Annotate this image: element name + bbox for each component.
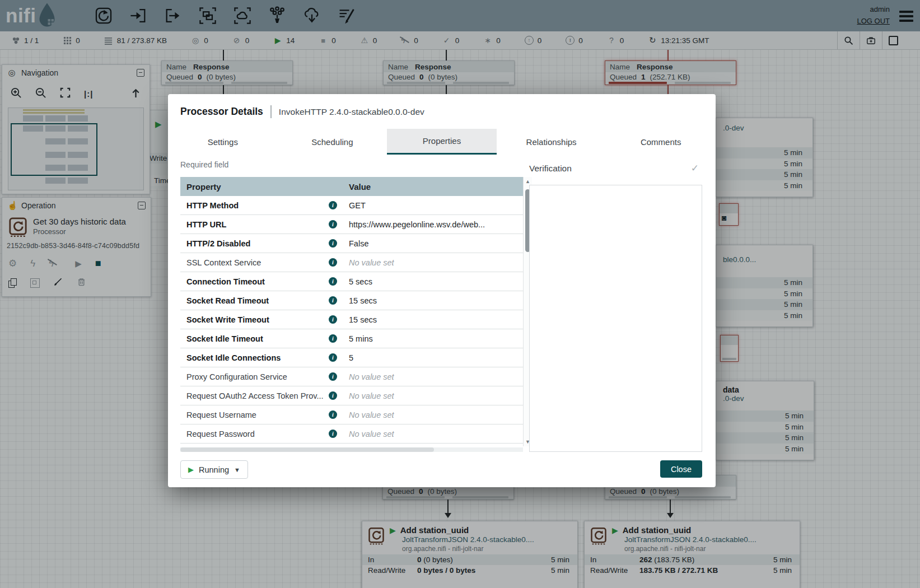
verification-heading: Verification [529, 164, 572, 174]
info-icon[interactable]: i [329, 315, 337, 324]
column-value: Value [349, 182, 371, 192]
processor-details-dialog: Processor Details InvokeHTTP 2.4.0-stack… [168, 94, 716, 487]
hscrollbar-thumb[interactable] [180, 447, 434, 452]
dialog-tabs: Settings Scheduling Properties Relations… [168, 129, 716, 155]
property-row[interactable]: Connection Timeouti5 secs [180, 272, 523, 291]
property-row[interactable]: Socket Read Timeouti15 secs [180, 291, 523, 310]
property-row[interactable]: Socket Write Timeouti15 secs [180, 310, 523, 329]
table-header: Property Value [180, 177, 523, 196]
property-row[interactable]: Request PasswordiNo value set [180, 424, 523, 444]
property-row[interactable]: HTTP/2 DisablediFalse [180, 234, 523, 253]
running-play-icon: ▶ [188, 465, 194, 474]
run-state-button[interactable]: ▶ Running ▼ [180, 460, 248, 479]
title-divider [270, 105, 272, 118]
property-row[interactable]: Request OAuth2 Access Token Prov...iNo v… [180, 386, 523, 405]
info-icon[interactable]: i [329, 334, 337, 343]
tab-comments[interactable]: Comments [606, 129, 716, 155]
property-row[interactable]: HTTP URLihttps://www.pegelonline.wsv.de/… [180, 215, 523, 234]
tab-settings[interactable]: Settings [168, 129, 278, 155]
tab-relationships[interactable]: Relationships [497, 129, 606, 155]
properties-table: Property Value HTTP MethodiGET HTTP URLi… [180, 177, 523, 446]
info-icon[interactable]: i [329, 201, 337, 209]
property-row[interactable]: Request UsernameiNo value set [180, 405, 523, 424]
info-icon[interactable]: i [329, 372, 337, 381]
property-row[interactable]: Socket Idle Timeouti5 mins [180, 329, 523, 348]
property-row[interactable]: HTTP MethodiGET [180, 196, 523, 215]
required-field-note: Required field [180, 160, 228, 169]
scroll-up-icon[interactable]: ▲ [524, 179, 532, 184]
info-icon[interactable]: i [329, 353, 337, 362]
dialog-title: Processor Details [180, 106, 263, 118]
property-row[interactable]: Socket Idle Connectionsi5 [180, 348, 523, 367]
property-row[interactable]: Proxy Configuration ServiceiNo value set [180, 367, 523, 386]
tab-properties[interactable]: Properties [387, 129, 497, 155]
dialog-subtitle: InvokeHTTP 2.4.0-stackable0.0.0-dev [279, 107, 424, 117]
tab-scheduling[interactable]: Scheduling [278, 129, 387, 155]
nifi-app: nifi admin LOG OUT 1 / 1 0 8 [0, 0, 920, 588]
chevron-down-icon: ▼ [234, 466, 240, 473]
info-icon[interactable]: i [329, 220, 337, 228]
info-icon[interactable]: i [329, 258, 337, 267]
column-property: Property [180, 182, 349, 192]
table-hscrollbar[interactable] [180, 447, 523, 452]
info-icon[interactable]: i [329, 239, 337, 248]
info-icon[interactable]: i [329, 296, 337, 305]
info-icon[interactable]: i [329, 410, 337, 419]
verification-check-icon[interactable]: ✓ [691, 162, 699, 174]
close-button[interactable]: Close [660, 460, 702, 478]
info-icon[interactable]: i [329, 391, 337, 400]
verification-results [529, 185, 702, 452]
property-row[interactable]: SSL Context ServiceiNo value set [180, 253, 523, 272]
info-icon[interactable]: i [329, 430, 337, 438]
info-icon[interactable]: i [329, 277, 337, 286]
